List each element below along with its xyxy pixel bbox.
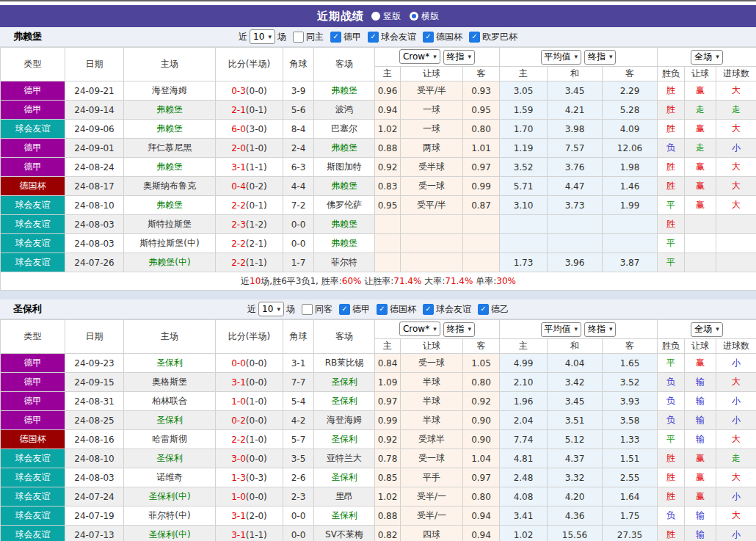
chevron-down-icon: ▾ [468, 326, 472, 333]
avg-source-select[interactable]: 平均值▾ [541, 322, 582, 337]
fulltime-score: 3-1 [231, 162, 246, 173]
away-team: RB莱比锡 [314, 354, 375, 373]
result-goals: 小 [716, 411, 756, 430]
match-count-select[interactable]: 10▾ [258, 302, 284, 316]
avg-away: 3.52 [603, 373, 658, 392]
sub-column-header: 进球数 [716, 339, 756, 354]
odds-home: 0.92 [375, 430, 401, 449]
avg-home: 3.41 [500, 506, 548, 526]
score: 1-3(0-3) [216, 468, 283, 487]
result-handicap: 赢 [685, 177, 716, 196]
odds-source-select[interactable]: Crow*▾ [399, 49, 440, 64]
result-handicap: 输 [685, 506, 716, 526]
fulltime-score: 0-0 [231, 358, 246, 368]
league-checkbox-1[interactable]: ✓ [368, 32, 379, 43]
league-checkbox-1[interactable]: ✓ [377, 304, 388, 315]
chevron-down-icon: ▾ [433, 54, 437, 60]
result-handicap: 输 [685, 392, 716, 411]
avg-draw: 4.21 [548, 101, 603, 120]
sub-column-header: 胜负 [658, 339, 685, 354]
league-checkbox-3[interactable]: ✓ [478, 304, 489, 315]
result-handicap: 输 [685, 411, 716, 430]
result-handicap: 赢 [685, 487, 716, 506]
result-wdl: 负 [658, 139, 685, 158]
avg-away: 1.64 [603, 487, 658, 506]
results-table: 类型日期主场比分(半场)角球客场Crow*▾ 终指▾平均值▾ 终指▾全场▾主让球… [0, 47, 756, 291]
handicap: 一球 [401, 120, 463, 139]
column-header: 客场 [314, 320, 375, 354]
fulltime-score: 2-3 [231, 219, 246, 230]
odds-away: 0.95 [463, 101, 500, 120]
match-date: 24-08-03 [65, 234, 124, 253]
league-badge: 德甲 [1, 81, 65, 101]
score: 3-1(1-1) [216, 158, 283, 177]
scope-select[interactable]: 全场▾ [691, 50, 723, 65]
radio-icon [371, 12, 380, 21]
avg-away: 3.93 [603, 392, 658, 411]
avg-away: 2.29 [603, 81, 658, 101]
view-radio-0[interactable]: 竖版 [371, 10, 401, 23]
summary-part: 71.4% [393, 276, 421, 286]
odds-stage-select[interactable]: 终指▾ [443, 50, 476, 65]
away-team: 圣保利 [314, 506, 375, 526]
odds-stage-select[interactable]: 终指▾ [443, 322, 476, 337]
result-handicap [685, 215, 716, 234]
fulltime-score: 0-3 [231, 86, 246, 96]
odds-source-select[interactable]: Crow*▾ [399, 322, 440, 336]
result-wdl: 平 [658, 196, 685, 215]
sub-column-header: 主 [375, 339, 401, 354]
table-row: 球会友谊24-08-03斯特拉斯堡(中)2-2(2-1)0-0弗赖堡平 [1, 234, 756, 253]
same-venue-checkbox[interactable] [302, 304, 313, 315]
avg-stage-select-value: 终指 [588, 51, 606, 63]
league-checkbox-2[interactable]: ✓ [423, 304, 434, 315]
avg-stage-select[interactable]: 终指▾ [584, 50, 617, 65]
table-row: 球会友谊24-08-10圣保利3-0(0-0)3-5亚特兰大0.78受一球1.0… [1, 449, 756, 468]
match-date: 24-09-21 [65, 81, 124, 101]
view-toggle: 竖版横版 [371, 10, 439, 23]
league-checkbox-3[interactable]: ✓ [469, 32, 480, 43]
result-wdl: 胜 [658, 158, 685, 177]
away-team: 弗赖堡 [314, 234, 375, 253]
match-count-select[interactable]: 10▾ [250, 29, 275, 44]
scope-select[interactable]: 全场▾ [691, 322, 723, 337]
table-row: 德甲24-08-31柏林联合1-0(1-0)5-4圣保利0.97半球0.921.… [1, 392, 756, 411]
halftime-score: (2-1) [246, 239, 267, 249]
avg-source-select[interactable]: 平均值▾ [541, 50, 582, 65]
results-table: 类型日期主场比分(半场)角球客场Crow*▾ 终指▾平均值▾ 终指▾全场▾主让球… [0, 319, 756, 541]
fulltime-score: 1-3 [231, 473, 246, 483]
result-wdl: 平 [658, 354, 685, 373]
handicap: 一球 [401, 101, 463, 120]
result-handicap: 赢 [685, 120, 716, 139]
match-date: 24-08-24 [65, 158, 124, 177]
odds-away: 0.92 [463, 392, 500, 411]
odds-away [463, 253, 500, 272]
score: 2-2(1-1) [216, 253, 283, 272]
same-venue-checkbox[interactable] [293, 32, 304, 43]
view-radio-1[interactable]: 横版 [410, 10, 439, 23]
column-header: 比分(半场) [216, 320, 283, 354]
fulltime-score: 2-0 [231, 143, 246, 153]
odds-away: 0.87 [463, 196, 500, 215]
league-checkbox-0[interactable]: ✓ [330, 32, 341, 43]
league-checkbox-0[interactable]: ✓ [339, 304, 350, 315]
avg-stage-select[interactable]: 终指▾ [584, 322, 617, 337]
avg-home: 7.74 [500, 430, 548, 449]
team-name: 圣保利 [13, 302, 42, 316]
avg-draw: 3.45 [548, 81, 603, 101]
league-badge: 德甲 [1, 158, 65, 177]
league-badge: 球会友谊 [1, 506, 65, 526]
summary-part: 60% [342, 276, 362, 286]
summary-row: 近10场,胜6平3负1, 胜率:60% 让胜率:71.4% 大率:71.4% 单… [1, 272, 756, 291]
fulltime-score: 0-4 [231, 181, 246, 192]
score: 2-3(1-2) [216, 215, 283, 234]
away-team: 里昂 [314, 487, 375, 506]
odds-away: 0.80 [463, 487, 500, 506]
league-checkbox-2[interactable]: ✓ [423, 32, 434, 43]
avg-draw: 4.04 [548, 354, 603, 373]
fulltime-score: 2-1 [231, 105, 246, 115]
avg-draw: 3.96 [548, 253, 603, 272]
title-bar: 近期战绩 竖版横版 [0, 5, 756, 27]
odds-home: 0.88 [375, 139, 401, 158]
away-team: 弗赖堡 [314, 215, 375, 234]
score: 2-2(0-1) [216, 196, 283, 215]
